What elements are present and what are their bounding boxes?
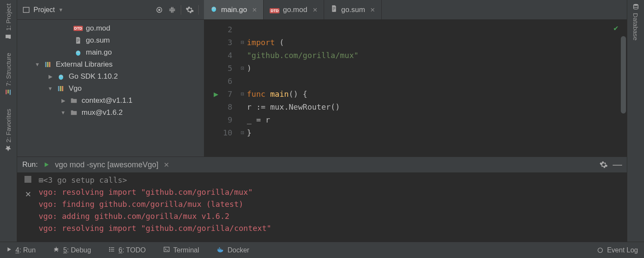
svg-point-23: [62, 76, 63, 77]
tree-item[interactable]: ▼mux@v1.6.2: [17, 107, 204, 119]
svg-rect-39: [219, 247, 220, 248]
project-tree[interactable]: DTDgo.modgo.summain.go▼External Librarie…: [17, 20, 204, 157]
chevron-down-icon: ▼: [58, 7, 64, 13]
file-icon: [330, 5, 338, 15]
status-label: 4: Run: [15, 246, 36, 254]
tree-item[interactable]: main.go: [17, 46, 204, 58]
svg-point-10: [215, 8, 216, 9]
close-icon[interactable]: ✕: [313, 6, 318, 13]
project-toolbar: Project ▼: [17, 0, 204, 19]
rail-label: 7: Structure: [5, 53, 12, 86]
status-item[interactable]: 4: Run: [6, 246, 36, 255]
tree-label: context@v1.1.1: [82, 96, 132, 105]
rail-database[interactable]: Database: [632, 3, 639, 40]
inspection-ok-icon: ✔: [614, 23, 618, 32]
status-label: 5: Debug: [63, 246, 91, 254]
tree-item[interactable]: ▼External Libraries: [17, 58, 204, 71]
file-icon: [57, 72, 65, 81]
status-item[interactable]: 6: TODO: [108, 246, 146, 255]
expand-arrow-icon[interactable]: ▶: [47, 74, 53, 80]
status-bar: 4: Run5: Debug6: TODOTerminalDocker Even…: [0, 242, 644, 258]
status-item[interactable]: Docker: [216, 246, 249, 255]
code-area[interactable]: import ( "github.com/gorilla/mux") func …: [247, 20, 358, 157]
list-icon: [108, 246, 115, 255]
svg-rect-24: [58, 86, 59, 91]
play-icon: [6, 246, 12, 254]
right-tool-rail: Database: [627, 0, 644, 242]
rail-project[interactable]: 1: Project: [5, 3, 12, 40]
event-log-icon: [597, 247, 604, 254]
svg-point-5: [158, 9, 160, 10]
tree-item[interactable]: go.sum: [17, 34, 204, 46]
svg-rect-34: [111, 251, 114, 251]
svg-point-9: [213, 8, 213, 9]
close-icon[interactable]: ✕: [370, 6, 375, 13]
tree-item[interactable]: ▶Go SDK 1.10.2: [17, 71, 204, 83]
svg-point-6: [212, 7, 216, 12]
close-button[interactable]: ✕: [25, 190, 31, 199]
structure-icon: [5, 89, 12, 96]
rail-favorites[interactable]: 2: Favorites: [5, 109, 12, 152]
svg-point-29: [109, 247, 110, 248]
svg-rect-32: [111, 247, 114, 248]
docker-icon: [216, 246, 224, 255]
expand-arrow-icon[interactable]: ▼: [34, 61, 40, 68]
locate-icon[interactable]: [155, 6, 164, 14]
tree-item[interactable]: DTDgo.mod: [17, 22, 204, 34]
stop-button[interactable]: [24, 176, 31, 183]
status-item[interactable]: 5: Debug: [53, 246, 91, 255]
status-item[interactable]: Terminal: [163, 246, 199, 255]
gear-icon[interactable]: [185, 6, 194, 14]
file-icon: DTD: [270, 6, 279, 14]
expand-arrow-icon[interactable]: ▼: [60, 110, 66, 116]
editor-scrollbar[interactable]: [621, 36, 626, 114]
project-dropdown[interactable]: Project ▼: [22, 6, 64, 14]
svg-rect-35: [164, 247, 169, 252]
star-icon: [5, 145, 12, 152]
code-editor[interactable]: 23456▶ 78910 ⊟ ⊡ ⊟ ⊡ import ( "github.co…: [204, 20, 627, 157]
expand-arrow-icon[interactable]: ▼: [47, 86, 53, 92]
fold-gutter[interactable]: ⊟ ⊡ ⊟ ⊡: [238, 20, 247, 157]
tree-label: go.sum: [86, 36, 110, 45]
close-icon[interactable]: ✕: [252, 6, 257, 13]
run-config-name: vgo mod -sync [awesomeVgo]: [55, 160, 158, 169]
collapse-icon[interactable]: [168, 6, 176, 14]
file-icon: [210, 5, 218, 15]
svg-rect-16: [45, 62, 46, 67]
tree-label: External Libraries: [56, 60, 112, 69]
separator: [181, 5, 181, 15]
svg-rect-38: [220, 249, 221, 249]
svg-rect-3: [23, 7, 29, 12]
tab-label: go.mod: [283, 6, 307, 14]
run-title: Run:: [22, 160, 38, 169]
tab-label: main.go: [221, 6, 247, 14]
svg-rect-37: [219, 249, 220, 249]
play-icon[interactable]: [43, 161, 50, 168]
svg-point-40: [598, 248, 603, 252]
database-icon: [632, 3, 639, 10]
svg-rect-26: [62, 86, 63, 91]
file-icon: [74, 48, 82, 57]
term-icon: [163, 246, 170, 255]
rail-label: 2: Favorites: [5, 109, 12, 142]
file-icon: [70, 108, 78, 117]
svg-rect-18: [49, 62, 50, 67]
minimize-icon[interactable]: —: [613, 160, 622, 169]
svg-rect-33: [111, 249, 114, 249]
svg-rect-0: [10, 90, 11, 95]
console-output[interactable]: ⊞<3 go setup calls> vgo: resolving impor…: [39, 172, 627, 242]
svg-point-30: [109, 249, 110, 250]
expand-arrow-icon[interactable]: ▶: [60, 98, 66, 104]
tree-item[interactable]: ▶context@v1.1.1: [17, 95, 204, 107]
editor-tab[interactable]: DTDgo.mod✕: [264, 0, 324, 19]
rail-structure[interactable]: 7: Structure: [5, 53, 12, 96]
left-tool-rail: 1: Project 7: Structure 2: Favorites: [0, 0, 17, 242]
svg-point-27: [633, 4, 638, 6]
close-icon[interactable]: ✕: [164, 161, 169, 169]
editor-tab[interactable]: main.go✕: [204, 0, 264, 19]
tree-label: mux@v1.6.2: [82, 108, 123, 117]
editor-tab[interactable]: go.sum✕: [324, 0, 382, 19]
event-log[interactable]: Event Log: [597, 246, 638, 254]
gear-icon[interactable]: [599, 160, 608, 169]
tree-item[interactable]: ▼Vgo: [17, 83, 204, 95]
